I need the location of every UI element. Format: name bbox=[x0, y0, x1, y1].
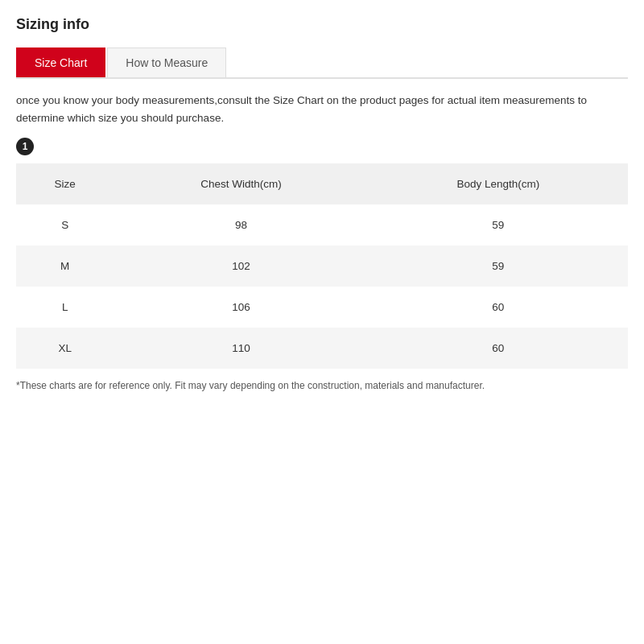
table-row: M10259 bbox=[16, 246, 628, 287]
description-text: once you know your body measurements,con… bbox=[16, 92, 628, 126]
cell-size: XL bbox=[16, 328, 114, 369]
footnote-text: *These charts are for reference only. Fi… bbox=[16, 380, 628, 391]
table-row: XL11060 bbox=[16, 328, 628, 369]
cell-chest: 110 bbox=[114, 328, 368, 369]
cell-size: L bbox=[16, 287, 114, 328]
cell-size: M bbox=[16, 246, 114, 287]
cell-chest: 102 bbox=[114, 246, 368, 287]
table-row: L10660 bbox=[16, 287, 628, 328]
page-title: Sizing info bbox=[16, 16, 628, 33]
tab-how-to-measure[interactable]: How to Measure bbox=[107, 47, 226, 77]
tab-bar: Size Chart How to Measure bbox=[16, 47, 628, 79]
tab-size-chart[interactable]: Size Chart bbox=[16, 47, 105, 77]
cell-size: S bbox=[16, 204, 114, 246]
table-row: S9859 bbox=[16, 204, 628, 246]
size-table: Size Chest Width(cm) Body Length(cm) S98… bbox=[16, 163, 628, 369]
col-header-size: Size bbox=[16, 163, 114, 204]
cell-body-length: 60 bbox=[369, 328, 628, 369]
cell-chest: 106 bbox=[114, 287, 368, 328]
col-header-body-length: Body Length(cm) bbox=[369, 163, 628, 204]
cell-body-length: 59 bbox=[369, 204, 628, 246]
step-badge: 1 bbox=[16, 138, 34, 155]
table-header-row: Size Chest Width(cm) Body Length(cm) bbox=[16, 163, 628, 204]
cell-body-length: 59 bbox=[369, 246, 628, 287]
col-header-chest: Chest Width(cm) bbox=[114, 163, 368, 204]
cell-body-length: 60 bbox=[369, 287, 628, 328]
cell-chest: 98 bbox=[114, 204, 368, 246]
